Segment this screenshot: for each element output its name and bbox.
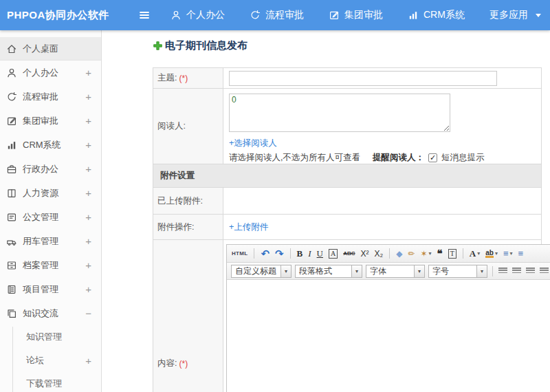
strikethrough-button[interactable]: ABC	[342, 250, 355, 257]
app-title: PHPOA协同办公软件	[0, 9, 138, 22]
caret-down-icon: ▾	[429, 250, 432, 257]
sidebar-item-9[interactable]: 用车管理+	[0, 229, 101, 253]
editor-toolbar-row1: HTML↶↷BIUAABCX²X₂◆✏✶▾❝TA▾ab▾≡▾≡	[227, 245, 550, 263]
archive-icon	[6, 260, 17, 271]
main-content: 电子期刊信息发布 主题:(*) 阅读人: 0 +选择阅读人 请选择阅读人,不选为…	[102, 30, 550, 392]
underline-button[interactable]: U	[316, 248, 324, 260]
sidebar-item-label: 公文管理	[23, 211, 85, 224]
collapse-icon[interactable]: −	[85, 307, 91, 319]
sidebar-item-label: 人力资源	[23, 187, 85, 199]
sidebar-item-8[interactable]: 公文管理+	[0, 205, 101, 229]
subject-input[interactable]	[229, 71, 497, 86]
blockquote-button[interactable]: ❝	[437, 247, 443, 261]
eraser-icon: ◆	[396, 249, 402, 259]
topnav-item-3[interactable]: 集团审批	[329, 9, 383, 21]
required-mark: (*)	[179, 359, 188, 369]
paste-as-text-button[interactable]: T	[448, 248, 457, 259]
font-family-select[interactable]: 字体▾	[366, 265, 425, 278]
subscript-button[interactable]: X₂	[374, 249, 384, 259]
align-justify-button[interactable]	[539, 267, 549, 275]
font-size-select[interactable]: 字号▾	[428, 265, 487, 278]
sidebar-subitem-1[interactable]: 知识管理	[0, 325, 101, 349]
expand-icon[interactable]: +	[85, 235, 91, 247]
bold-button[interactable]: B	[296, 248, 304, 260]
auto-typeset-button[interactable]: ✶▾	[420, 248, 432, 259]
required-mark: (*)	[179, 74, 188, 83]
topnav-item-label: 集团审批	[344, 9, 383, 21]
align-center-button[interactable]	[512, 267, 522, 275]
ordered-list-button[interactable]: ≡▾	[503, 248, 514, 259]
sidebar-item-2[interactable]: 个人办公+	[0, 61, 101, 85]
toolbar-separator	[290, 248, 291, 259]
sidebar-item-11[interactable]: 项目管理+	[0, 277, 101, 301]
sidebar-item-6[interactable]: 行政办公+	[0, 157, 101, 181]
undo-button[interactable]: ↶	[260, 247, 270, 261]
sidebar-subitem-label: 知识管理	[26, 331, 91, 343]
readers-label: 阅读人:	[153, 89, 223, 164]
sidebar-item-5[interactable]: CRM系统+	[0, 133, 101, 157]
book-icon	[6, 188, 17, 199]
expand-icon[interactable]: +	[85, 91, 91, 102]
add-plus-icon	[153, 41, 163, 51]
font-style-box-button[interactable]: A	[328, 248, 338, 259]
expand-icon[interactable]: +	[85, 187, 91, 199]
content-label: 内容:(*)	[153, 240, 223, 392]
expand-icon[interactable]: +	[85, 283, 91, 295]
expand-icon[interactable]: +	[85, 67, 91, 78]
sidebar-item-10[interactable]: 档案管理+	[0, 253, 101, 277]
sidebar-subitem-3[interactable]: 下载管理	[0, 372, 101, 392]
paragraph-format-select[interactable]: 段落格式▾	[295, 265, 362, 278]
publish-form: 主题:(*) 阅读人: 0 +选择阅读人 请选择阅读人,不选为所有人可查看 提醒…	[153, 67, 542, 392]
sms-notify-checkbox[interactable]: ✓	[428, 153, 437, 162]
eraser-button[interactable]: ◆	[395, 248, 403, 259]
hamburger-menu-icon[interactable]	[138, 10, 153, 21]
align-left-button[interactable]	[498, 267, 508, 275]
select-readers-link[interactable]: +选择阅读人	[229, 138, 277, 148]
custom-title-select[interactable]: 自定义标题▾	[231, 265, 292, 278]
topnav-item-1[interactable]: 个人办公	[170, 9, 225, 21]
source-code-button[interactable]: HTML	[231, 250, 248, 257]
expand-icon[interactable]: +	[85, 211, 91, 223]
caret-down-icon: ▾	[476, 265, 487, 277]
sidebar-item-1[interactable]: 个人桌面	[0, 37, 101, 61]
topnav-item-2[interactable]: 流程审批	[250, 9, 304, 21]
topnav-item-label: 流程审批	[265, 9, 304, 21]
content-row: 内容:(*) HTML↶↷BIUAABCX²X₂◆✏✶▾❝TA▾ab▾≡▾≡ 自…	[153, 240, 541, 392]
custom-title-select-value: 自定义标题	[232, 265, 280, 277]
attachment-action-label: 附件操作:	[153, 215, 223, 239]
sidebar-item-4[interactable]: 集团审批+	[0, 109, 101, 133]
auto-typeset-icon: ✶	[421, 249, 428, 259]
italic-button[interactable]: I	[307, 248, 311, 260]
font-color-button[interactable]: A▾	[469, 248, 481, 260]
remind-readers-label: 提醒阅读人：	[373, 152, 424, 164]
sidebar-item-7[interactable]: 人力资源+	[0, 181, 101, 205]
sidebar-item-12[interactable]: 知识交流−	[0, 301, 101, 325]
unordered-list-button[interactable]: ≡	[518, 248, 525, 259]
topnav-item-4[interactable]: CRM系统	[408, 9, 465, 21]
expand-icon[interactable]: +	[85, 259, 91, 271]
expand-icon[interactable]: +	[85, 355, 91, 367]
expand-icon[interactable]: +	[85, 139, 91, 151]
editor-content-area[interactable]	[227, 280, 550, 392]
font-style-box-icon: A	[329, 249, 338, 259]
highlight-color-button[interactable]: ab▾	[485, 249, 498, 259]
readers-textarea[interactable]: 0	[229, 94, 450, 132]
chart-icon	[408, 10, 419, 21]
upload-attachment-link[interactable]: +上传附件	[229, 221, 268, 233]
clean-format-button[interactable]: ✏	[407, 248, 415, 259]
align-right-button[interactable]	[525, 267, 536, 275]
expand-icon[interactable]: +	[85, 163, 91, 175]
sidebar-item-3[interactable]: 流程审批+	[0, 85, 101, 109]
sidebar-subitem-2[interactable]: 论坛+	[0, 349, 101, 372]
caret-down-icon: ▾	[477, 250, 480, 257]
expand-icon[interactable]: +	[85, 115, 91, 127]
source-code-icon: HTML	[232, 250, 248, 257]
caret-down-icon: ▾	[495, 250, 498, 257]
sms-notify-label: 短消息提示	[441, 152, 485, 164]
ordered-list-icon: ≡	[503, 248, 509, 259]
font-family-select-value: 字体	[366, 265, 414, 277]
topnav-item-5[interactable]: 更多应用	[490, 9, 541, 21]
superscript-button[interactable]: X²	[360, 249, 370, 259]
font-color-icon: A	[470, 248, 476, 259]
redo-button[interactable]: ↷	[274, 247, 285, 261]
